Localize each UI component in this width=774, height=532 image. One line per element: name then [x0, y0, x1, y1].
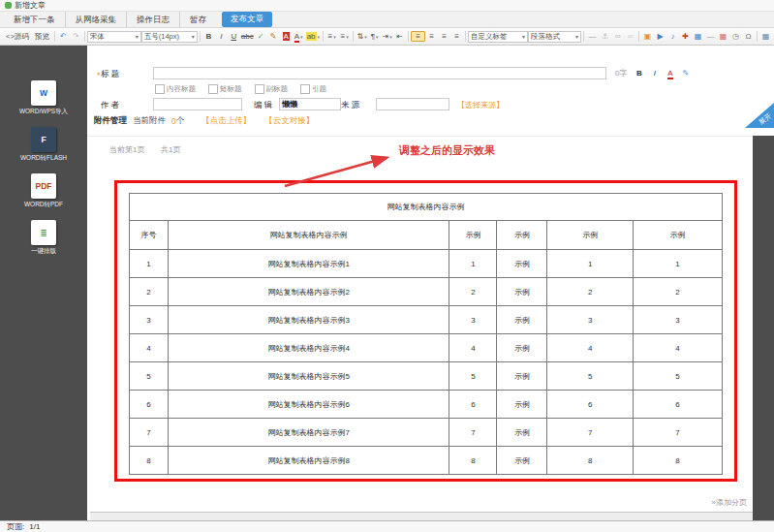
highlight-color-icon[interactable]: ab [305, 32, 321, 41]
hr-icon[interactable]: — [586, 32, 599, 41]
title-option-checkbox[interactable]: 短标题 [208, 84, 242, 94]
icon-glyph: ≣ [40, 228, 46, 237]
annotation-text: 调整之后的显示效果 [399, 143, 495, 158]
sidebar-item-word-to-pdf[interactable]: PDF WORD转PDF [24, 173, 63, 209]
action-button[interactable]: 新增下一条 [4, 12, 65, 27]
calendar-icon[interactable]: ▦ [717, 32, 729, 41]
publish-button[interactable]: 发布文章 [222, 12, 272, 27]
table-row: 3 网站复制表格内容示例3 3 示例 3 3 [130, 306, 723, 334]
audio-icon[interactable]: ♪ [666, 32, 679, 41]
paragraph-spacing-icon[interactable]: ¶ [368, 32, 381, 41]
paragraph-format-select[interactable]: 段落格式 [528, 31, 581, 43]
table-row: 5 网站复制表格内容示例5 5 示例 5 5 [130, 362, 723, 391]
checkbox-label: 内容标题 [167, 84, 196, 94]
page-label: 页面: [7, 521, 24, 532]
title-italic-icon[interactable]: I [648, 69, 661, 78]
word-import-icon: W [31, 80, 56, 106]
table-cell: 8 [547, 447, 634, 475]
ordered-list-icon[interactable]: ≡ [325, 32, 338, 41]
align-left-icon[interactable]: ≡ [411, 31, 425, 42]
annotation-arrow [281, 148, 402, 192]
source-input[interactable] [376, 98, 449, 110]
title-option-checkbox[interactable]: 引题 [300, 84, 326, 94]
underline-icon[interactable]: U [228, 32, 240, 41]
clock-icon[interactable]: ◷ [729, 32, 742, 41]
indent-icon[interactable]: ⇥ [381, 32, 393, 41]
preview-button[interactable]: 预览 [32, 32, 52, 42]
sidebar-item-word-import[interactable]: W WORD/WPS导入 [19, 80, 68, 116]
custom-tag-select[interactable]: 自定义标签 [468, 31, 528, 43]
italic-icon[interactable]: I [215, 32, 228, 41]
action-button[interactable]: 从网络采集 [65, 12, 127, 27]
table-cell: 网站复制表格内容示例2 [168, 278, 449, 306]
table-cell: 7 [130, 419, 169, 447]
title-option-checkbox[interactable]: 副标题 [255, 84, 289, 94]
horizontal-scrollbar[interactable] [90, 512, 753, 520]
line-height-icon[interactable]: ⇅ [356, 32, 368, 41]
editor-input[interactable]: 懒懒 [279, 98, 341, 110]
action-button[interactable]: 暂存 [179, 12, 216, 27]
omega-icon[interactable]: Ω [742, 32, 755, 41]
unordered-list-icon[interactable]: ≡ [338, 32, 351, 41]
attachment-icon[interactable]: ✚ [679, 32, 692, 41]
redo-icon[interactable]: ↷ [70, 32, 82, 41]
table-cell: 示例 [497, 250, 547, 278]
table-cell: 7 [634, 419, 723, 447]
dictionary-icon[interactable]: A [280, 32, 293, 41]
font-color-icon[interactable]: A [293, 32, 305, 41]
align-center-icon[interactable]: ≡ [425, 32, 438, 41]
video-icon[interactable]: ▶ [654, 32, 666, 41]
cloud-dock-link[interactable]: 【云文对接】 [264, 115, 314, 127]
table-icon[interactable]: ▦ [759, 32, 772, 41]
content-preview-table[interactable]: 网站复制表格内容示例 序号网站复制表格内容示例示例示例示例示例 1 网站复制表格… [129, 193, 723, 475]
checkbox-icon[interactable] [155, 84, 165, 94]
tab-current-page[interactable]: 当前第1页 [109, 144, 144, 155]
table-cell: 示例 [497, 278, 547, 306]
table-header-cell: 示例 [497, 221, 547, 250]
sidebar-item-word-to-flash[interactable]: F WORD转FLASH [20, 127, 67, 163]
add-page-link[interactable]: »添加分页 [712, 497, 747, 508]
action-button[interactable]: 操作日志 [126, 12, 179, 27]
upload-link[interactable]: 【点击上传】 [201, 115, 251, 127]
table-cell: 3 [547, 306, 634, 334]
title-option-checkbox[interactable]: 内容标题 [155, 84, 196, 94]
author-label: 作 者 [101, 100, 119, 111]
sidebar-item-one-click-format[interactable]: ≣ 一键排版 [31, 220, 56, 256]
choose-source-link[interactable]: 【选择来源】 [457, 100, 504, 110]
table-cell: 网站复制表格内容示例4 [168, 334, 449, 362]
author-input[interactable] [153, 98, 242, 110]
unlink-icon[interactable]: ∞ [624, 32, 636, 41]
editor-canvas[interactable]: 网站复制表格内容示例 序号网站复制表格内容示例示例示例示例示例 1 网站复制表格… [90, 163, 753, 513]
tab-total-pages[interactable]: 共1页 [161, 144, 180, 155]
font-size-select[interactable]: 五号(14px) [141, 31, 198, 43]
sidebar-item-label: WORD/WPS导入 [19, 108, 68, 116]
table-cell: 1 [634, 250, 723, 278]
title-font-color-icon[interactable]: A [664, 69, 676, 78]
media-icon[interactable]: ▦ [692, 32, 704, 41]
undo-icon[interactable]: ↶ [57, 32, 70, 41]
image-icon[interactable]: ▣ [641, 32, 654, 41]
strikethrough-icon[interactable]: abc [240, 32, 255, 41]
anchor-icon[interactable]: ⚓ [599, 32, 611, 41]
font-family-select[interactable]: 宋体 [87, 31, 141, 43]
checkbox-icon[interactable] [255, 84, 264, 94]
spellcheck-icon[interactable]: ✓ [255, 32, 267, 41]
word-to-flash-icon: F [31, 127, 56, 152]
checkbox-icon[interactable] [300, 84, 310, 94]
table-cell: 4 [547, 334, 634, 362]
title-bold-icon[interactable]: B [633, 69, 645, 78]
outdent-icon[interactable]: ⇤ [393, 32, 406, 41]
align-justify-icon[interactable]: ≡ [450, 32, 463, 41]
align-right-icon[interactable]: ≡ [438, 32, 450, 41]
bold-icon[interactable]: B [202, 32, 215, 41]
hr2-icon[interactable]: — [704, 32, 717, 41]
table-cell: 网站复制表格内容示例8 [168, 447, 449, 475]
source-code-button[interactable]: <>源码 [3, 32, 32, 42]
sidebar-item-label: WORD转PDF [24, 201, 63, 209]
title-brush-icon[interactable]: ✎ [679, 69, 692, 78]
checkbox-icon[interactable] [208, 84, 218, 94]
link-icon[interactable]: ∞ [611, 32, 624, 41]
toolbar-separator [353, 31, 354, 42]
format-brush-icon[interactable]: ✎ [267, 32, 280, 41]
title-input[interactable] [153, 67, 606, 79]
